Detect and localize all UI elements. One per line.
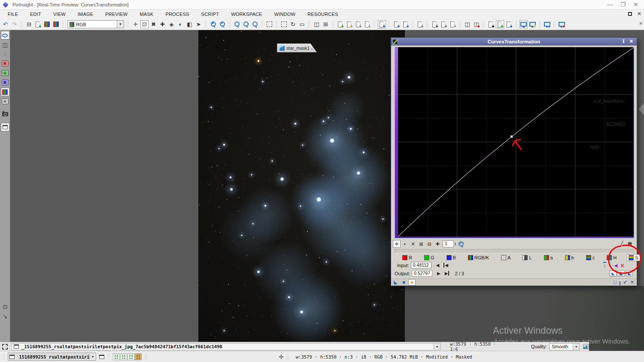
render-stats-icon[interactable]: [583, 344, 589, 349]
dialog-close-icon[interactable]: ✕: [629, 39, 633, 44]
reset-channel-icon[interactable]: ✕: [620, 263, 624, 269]
documentation-icon[interactable]: [620, 280, 620, 285]
split-view-icon[interactable]: ◫: [1, 40, 9, 49]
edit-preview-icon[interactable]: [280, 20, 288, 28]
channel-indicator-3[interactable]: [128, 353, 134, 360]
reverse-curve-icon[interactable]: ◀: [614, 263, 617, 268]
load-process-icon[interactable]: [392, 20, 401, 28]
menu-file[interactable]: FILE: [2, 10, 24, 18]
zoom-in-mode-icon[interactable]: ⊞: [417, 240, 425, 248]
zoom-out-icon[interactable]: [218, 20, 226, 28]
screen-transfer-icon[interactable]: ⊟: [25, 20, 33, 28]
image-tab-dropdown-icon[interactable]: ▼: [89, 353, 96, 360]
channel-a-button[interactable]: A: [499, 254, 512, 261]
fit-window-icon[interactable]: [242, 20, 250, 28]
monitor-transfer-icon[interactable]: [543, 20, 551, 28]
zoom-reset-icon[interactable]: [457, 240, 465, 248]
autohide-panel-arrow[interactable]: [638, 103, 644, 115]
maximize-window-icon[interactable]: ⊡: [1, 302, 9, 311]
show-curve-icon[interactable]: ╱: [618, 240, 626, 247]
navigator-icon[interactable]: ◈: [167, 20, 176, 28]
browse-process-icon[interactable]: [378, 20, 386, 28]
monitor-24-icon[interactable]: [529, 20, 537, 28]
split-screen-icon[interactable]: ◫: [313, 20, 321, 28]
quality-dropdown[interactable]: Smooth ▼: [549, 343, 580, 350]
channel-g-button[interactable]: G: [422, 254, 436, 261]
input-field[interactable]: 0.48112: [411, 262, 431, 268]
channel-indicator-1[interactable]: [113, 353, 120, 360]
prev-point-icon[interactable]: ◀: [436, 263, 440, 268]
drag-handle[interactable]: [145, 353, 147, 360]
channel-h-button[interactable]: H: [605, 254, 618, 261]
browse-mode-icon[interactable]: □: [614, 280, 617, 285]
pointer-icon[interactable]: ➤: [194, 20, 203, 28]
output-field[interactable]: 0.52797: [412, 270, 432, 277]
pan-mode-icon[interactable]: ✛: [131, 20, 140, 28]
menu-preview[interactable]: PREVIEW: [99, 10, 134, 18]
pan-mode-icon[interactable]: ✚: [434, 240, 441, 248]
menu-view[interactable]: VIEW: [47, 10, 72, 18]
menu-workspace[interactable]: WORKSPACE: [225, 10, 268, 18]
next-point-icon[interactable]: ▶: [437, 271, 440, 276]
drag-handle[interactable]: [286, 353, 289, 360]
redo-icon[interactable]: ↷: [10, 20, 18, 28]
undo-icon[interactable]: ↶: [1, 20, 9, 28]
new-image-icon[interactable]: [34, 20, 42, 28]
zoom-out-mode-icon[interactable]: ⊟: [425, 240, 433, 248]
close-panel-icon[interactable]: ◫: [472, 20, 480, 28]
restore-button[interactable]: ❐: [617, 0, 629, 9]
zoom-fit-icon[interactable]: ✖: [149, 20, 158, 28]
screenshot-icon[interactable]: [1, 110, 9, 119]
screen-lut-icon[interactable]: ◧: [185, 20, 194, 28]
last-point-icon[interactable]: ▶: [445, 271, 450, 276]
history-icon[interactable]: [416, 20, 424, 28]
realtime-preview-icon[interactable]: ●: [408, 279, 416, 286]
cubic-interpolation-icon[interactable]: ◣: [618, 270, 625, 277]
channel-c-button[interactable]: c: [584, 254, 597, 261]
rgb-workspace-selector[interactable]: RGB▼: [67, 20, 124, 28]
minimize-button[interactable]: —: [604, 0, 617, 9]
new-process-icon[interactable]: [336, 20, 344, 28]
shade-window-icon[interactable]: I: [623, 39, 625, 44]
settings-doc-icon[interactable]: [431, 20, 439, 28]
contrast-icon[interactable]: ◐: [176, 20, 185, 28]
drag-handle[interactable]: [108, 353, 110, 360]
pleiades-image-view[interactable]: [198, 30, 405, 342]
monitor-icon[interactable]: [519, 20, 528, 28]
navigate-back-icon[interactable]: ←: [1, 331, 9, 339]
reset-icon[interactable]: ✕: [630, 280, 634, 285]
child-close-icon[interactable]: ✕: [637, 11, 641, 17]
apply-global-icon[interactable]: ■: [400, 279, 407, 286]
crop-icon[interactable]: ▭: [298, 20, 306, 28]
channel-b-button[interactable]: B: [445, 254, 458, 261]
copy-view-icon[interactable]: [98, 353, 105, 360]
image-window-tab[interactable]: _1516899255_rsultatpostsirilet ▼: [8, 353, 96, 361]
menu-edit[interactable]: EDIT: [24, 10, 47, 18]
menu-resources[interactable]: RESOURCES: [301, 10, 344, 18]
quality-dropdown-icon[interactable]: ▼: [573, 344, 579, 350]
menu-window[interactable]: WINDOW: [268, 10, 301, 18]
process-a-icon[interactable]: [354, 20, 362, 28]
menu-process[interactable]: PROCESS: [159, 10, 195, 18]
drag-handle[interactable]: [3, 353, 5, 360]
save-process-icon[interactable]: [401, 20, 410, 28]
plain-doc-icon[interactable]: [449, 20, 457, 28]
channel-rgb-k-button[interactable]: RGB/K: [466, 254, 491, 261]
pending-doc-icon[interactable]: [440, 20, 448, 28]
process-b-icon[interactable]: [363, 20, 371, 28]
doc-blue-icon[interactable]: [505, 20, 513, 28]
toolbar-overflow-icon[interactable]: »: [639, 20, 642, 26]
edit-process-icon[interactable]: [345, 20, 353, 28]
store-curve-icon[interactable]: ↑: [603, 262, 606, 269]
dynamic-crop-icon[interactable]: ⊞: [322, 20, 330, 28]
blue-channel-button[interactable]: B: [1, 78, 9, 87]
alpha-channel-button[interactable]: A: [1, 97, 9, 106]
green-channel-button[interactable]: G: [1, 69, 9, 77]
restore-curve-icon[interactable]: ↓: [609, 262, 612, 269]
curve-editor[interactable]: ical_transformACDNR2hath: [395, 47, 634, 238]
menu-script[interactable]: SCRIPT: [195, 10, 225, 18]
stf-icon[interactable]: [43, 20, 51, 28]
channel-l-button[interactable]: L: [521, 254, 533, 261]
rotate-icon[interactable]: ↻: [289, 20, 297, 28]
star-mask-tab[interactable]: star_mask1 »: [277, 43, 317, 52]
